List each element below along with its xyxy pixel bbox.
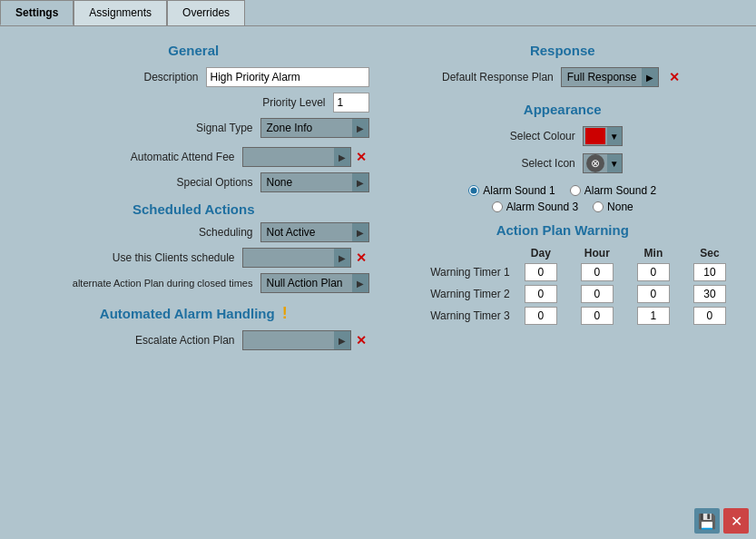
client-schedule-label: Use this Clients schedule [113, 251, 242, 264]
timer-3-sec[interactable] [693, 307, 726, 325]
priority-label: Priority Level [215, 96, 333, 109]
client-schedule-clear-button[interactable]: ✕ [353, 250, 369, 265]
client-schedule-dropdown[interactable]: ▶ [242, 248, 351, 268]
default-plan-label: Default Response Plan [442, 71, 554, 83]
timer-2-hour[interactable] [581, 285, 614, 303]
priority-input[interactable] [333, 93, 369, 113]
tab-assignments[interactable]: Assignments [74, 0, 167, 25]
icon-dropdown[interactable]: ⊗ ▼ [583, 153, 623, 173]
auto-attend-clear-button[interactable]: ✕ [353, 150, 369, 164]
escalate-clear-button[interactable]: ✕ [353, 333, 369, 348]
signal-type-dropdown[interactable]: Zone Info ▶ [260, 118, 369, 138]
alarm-sound-row-2: Alarm Sound 3 None [492, 201, 633, 213]
timer-2-day[interactable] [525, 285, 557, 303]
appearance-title: Appearance [388, 102, 739, 117]
special-options-row: Special Options None ▶ [18, 172, 369, 192]
right-panel: Response Default Response Plan Full Resp… [388, 35, 739, 356]
colour-dropdown[interactable]: ▼ [583, 126, 623, 146]
description-label: Description [88, 71, 206, 83]
scheduling-row: Scheduling Not Active ▶ [18, 222, 369, 242]
escalate-row: Escalate Action Plan ▶ ✕ [18, 330, 369, 350]
default-plan-dropdown[interactable]: Full Response ▶ [561, 67, 660, 87]
timer-1-sec[interactable] [693, 263, 726, 281]
warning-icon: ! [282, 304, 288, 323]
alarm-sound-1-label: Alarm Sound 1 [483, 184, 555, 197]
automated-section: Automated Alarm Handling ! Escalate Acti… [18, 304, 369, 350]
alarm-sound-3-label: Alarm Sound 3 [506, 201, 578, 213]
colour-arrow-icon: ▼ [607, 127, 622, 145]
auto-attend-control: ▶ ✕ [242, 147, 369, 167]
signal-type-row: Signal Type Zone Info ▶ [18, 118, 369, 138]
alarm-sound-none-radio[interactable] [593, 201, 604, 212]
appearance-section: Appearance Select Colour ▼ Select Icon ⊗… [388, 102, 739, 173]
save-button[interactable]: 💾 [694, 508, 720, 534]
general-title: General [18, 43, 369, 58]
alt-action-plan-arrow-icon: ▶ [352, 274, 368, 292]
description-input[interactable] [206, 67, 369, 87]
icon-arrow-icon: ▼ [607, 154, 622, 172]
escalate-arrow-icon: ▶ [334, 331, 350, 349]
colour-row: Select Colour ▼ [388, 126, 739, 146]
colour-swatch [585, 128, 605, 144]
auto-attend-row: Automatic Attend Fee ▶ ✕ [18, 147, 369, 167]
warning-timers-table: Day Hour Min Sec Warning Timer 1 [388, 245, 739, 327]
timer-3-min[interactable] [637, 307, 670, 325]
automated-alarm-title: Automated Alarm Handling [100, 306, 275, 321]
description-row: Description [18, 67, 369, 87]
action-plan-warning-title: Action Plan Warning [388, 222, 739, 238]
escalate-label: Escalate Action Plan [124, 334, 242, 347]
col-sec: Sec [682, 245, 738, 261]
icon-label: Select Icon [503, 157, 575, 170]
tab-settings[interactable]: Settings [0, 0, 74, 25]
bottom-bar: 💾 ✕ [687, 503, 756, 539]
alarm-sound-3-item: Alarm Sound 3 [492, 201, 578, 213]
alarm-sound-row-1: Alarm Sound 1 Alarm Sound 2 [468, 184, 656, 197]
auto-attend-dropdown[interactable]: ▶ [242, 147, 351, 167]
timer-2-label: Warning Timer 2 [388, 283, 513, 305]
alarm-sound-2-item: Alarm Sound 2 [570, 184, 656, 197]
timer-1-hour[interactable] [581, 263, 614, 281]
alarm-sound-none-label: None [607, 201, 633, 213]
action-plan-warning-section: Action Plan Warning Day Hour Min Sec War… [388, 222, 739, 327]
scheduling-label: Scheduling [142, 226, 260, 239]
timer-3-hour[interactable] [581, 307, 614, 325]
timer-1-min[interactable] [637, 263, 670, 281]
default-plan-arrow-icon: ▶ [642, 68, 658, 86]
colour-label: Select Colour [503, 130, 575, 142]
default-plan-clear-button[interactable]: ✕ [666, 70, 682, 84]
client-schedule-row: Use this Clients schedule ▶ ✕ [18, 248, 369, 268]
timer-1-label: Warning Timer 1 [388, 261, 513, 283]
scheduling-arrow-icon: ▶ [352, 223, 368, 241]
response-title: Response [388, 43, 739, 58]
tab-overrides[interactable]: Overrides [167, 0, 245, 25]
escalate-control: ▶ ✕ [242, 330, 369, 350]
alarm-sound-2-radio[interactable] [570, 185, 581, 196]
alarm-sound-3-radio[interactable] [492, 201, 503, 212]
special-options-dropdown[interactable]: None ▶ [260, 172, 369, 192]
alt-action-plan-dropdown[interactable]: Null Action Plan ▶ [260, 273, 369, 293]
signal-type-arrow-icon: ▶ [352, 119, 368, 137]
icon-row: Select Icon ⊗ ▼ [388, 153, 739, 173]
alarm-sound-2-label: Alarm Sound 2 [584, 184, 656, 197]
alarm-sound-1-item: Alarm Sound 1 [468, 184, 555, 197]
timer-1-day[interactable] [525, 263, 557, 281]
escalate-dropdown[interactable]: ▶ [242, 330, 351, 350]
signal-type-label: Signal Type [142, 122, 260, 134]
timer-3-day[interactable] [525, 307, 557, 325]
alarm-sound-1-radio[interactable] [468, 185, 479, 196]
icon-preview: ⊗ [586, 154, 604, 172]
timer-3-row: Warning Timer 3 [388, 305, 739, 327]
main-content: General Description Priority Level Signa… [0, 26, 756, 365]
priority-row: Priority Level [18, 93, 369, 113]
timer-2-min[interactable] [637, 285, 670, 303]
client-schedule-arrow-icon: ▶ [334, 249, 350, 267]
left-panel: General Description Priority Level Signa… [18, 35, 369, 356]
timer-2-sec[interactable] [693, 285, 726, 303]
timer-3-label: Warning Timer 3 [388, 305, 513, 327]
alarm-sound-section: Alarm Sound 1 Alarm Sound 2 Alarm Sound … [388, 184, 739, 213]
col-day: Day [513, 245, 569, 261]
timer-2-row: Warning Timer 2 [388, 283, 739, 305]
special-options-arrow-icon: ▶ [352, 173, 368, 191]
close-button[interactable]: ✕ [723, 508, 749, 534]
scheduling-dropdown[interactable]: Not Active ▶ [260, 222, 369, 242]
